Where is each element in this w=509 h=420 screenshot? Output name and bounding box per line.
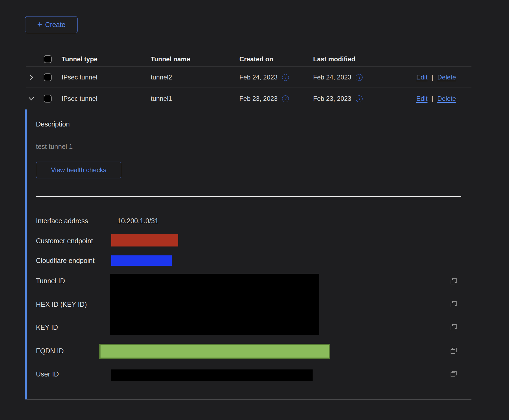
info-icon[interactable]: i — [282, 74, 289, 81]
customer-endpoint-redacted-value — [111, 234, 178, 246]
description-label: Description — [36, 120, 70, 128]
fqdn-id-label: FQDN ID — [36, 347, 64, 355]
key-id-label: KEY ID — [36, 324, 58, 331]
table-row: IPsec tunnel tunnel2 Feb 24, 2023 i Feb … — [26, 67, 471, 88]
create-button[interactable]: + Create — [25, 16, 78, 33]
delete-link[interactable]: Delete — [437, 74, 456, 81]
copy-icon[interactable] — [449, 346, 458, 355]
info-icon[interactable]: i — [356, 74, 363, 81]
last-modified-cell: Feb 24, 2023 i — [313, 74, 363, 81]
tunnel-type-value: IPsec tunnel — [62, 95, 97, 102]
created-on-cell: Feb 23, 2023 i — [239, 95, 289, 102]
panel-bottom-divider — [27, 399, 471, 400]
interface-address-value: 10.200.1.0/31 — [117, 217, 159, 225]
header-created-on: Created on — [239, 55, 273, 63]
last-modified-cell: Feb 23, 2023 i — [313, 95, 363, 102]
copy-icon[interactable] — [449, 323, 458, 332]
interface-address-label: Interface address — [36, 217, 88, 225]
create-button-label: Create — [45, 21, 65, 29]
expanded-row-indicator-bar — [25, 109, 27, 399]
chevron-down-icon[interactable] — [28, 95, 35, 102]
customer-endpoint-label: Customer endpoint — [36, 237, 93, 245]
table-header-row: Tunnel type Tunnel name Created on Last … — [26, 51, 471, 67]
edit-link[interactable]: Edit — [416, 95, 427, 102]
user-id-label: User ID — [36, 370, 59, 378]
select-all-checkbox[interactable] — [44, 55, 52, 63]
tunnel-id-label: Tunnel ID — [36, 277, 65, 285]
ids-redacted-value — [110, 274, 319, 335]
edit-link[interactable]: Edit — [416, 74, 427, 81]
created-on-value: Feb 24, 2023 — [239, 74, 277, 81]
created-on-cell: Feb 24, 2023 i — [239, 74, 289, 81]
description-value: test tunnel 1 — [36, 143, 73, 151]
delete-link[interactable]: Delete — [437, 95, 456, 102]
row-checkbox[interactable] — [44, 74, 52, 81]
cloudflare-endpoint-label: Cloudflare endpoint — [36, 257, 95, 265]
last-modified-value: Feb 24, 2023 — [313, 74, 351, 81]
view-health-checks-button[interactable]: View health checks — [36, 162, 121, 178]
copy-icon[interactable] — [449, 369, 458, 379]
fqdn-id-redacted-value — [99, 344, 330, 359]
row-actions: Edit | Delete — [416, 95, 456, 102]
info-icon[interactable]: i — [282, 95, 289, 102]
copy-icon[interactable] — [449, 277, 458, 286]
row-checkbox[interactable] — [44, 95, 52, 103]
header-tunnel-type: Tunnel type — [62, 55, 98, 63]
tunnel-name-value: tunnel2 — [151, 74, 172, 81]
actions-separator: | — [431, 74, 433, 81]
actions-separator: | — [431, 95, 433, 102]
copy-icon[interactable] — [449, 300, 458, 309]
last-modified-value: Feb 23, 2023 — [313, 95, 351, 102]
tunnel-name-value: tunnel1 — [151, 95, 172, 102]
chevron-right-icon[interactable] — [28, 74, 35, 81]
cloudflare-endpoint-redacted-value — [111, 255, 172, 266]
header-last-modified: Last modified — [313, 55, 355, 63]
table-row: IPsec tunnel tunnel1 Feb 23, 2023 i Feb … — [26, 88, 471, 109]
info-icon[interactable]: i — [356, 95, 363, 102]
tunnel-type-value: IPsec tunnel — [62, 74, 97, 81]
detail-section-divider — [36, 196, 461, 197]
plus-icon: + — [37, 20, 42, 29]
header-tunnel-name: Tunnel name — [151, 55, 190, 63]
row-actions: Edit | Delete — [416, 74, 456, 81]
user-id-redacted-value — [111, 369, 313, 381]
hex-id-label: HEX ID (KEY ID) — [36, 301, 87, 308]
created-on-value: Feb 23, 2023 — [239, 95, 277, 102]
